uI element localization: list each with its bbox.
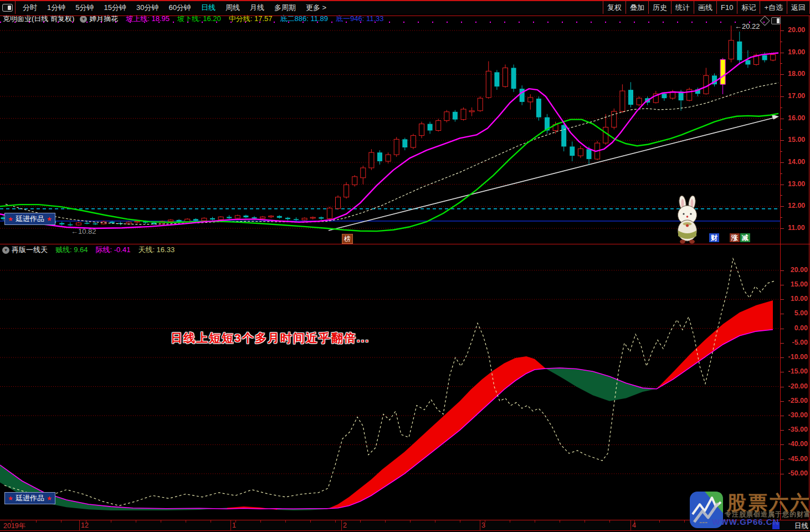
- sub-axis-tick: [781, 416, 784, 416]
- tool-menu-item-6[interactable]: 标记: [737, 1, 760, 14]
- tool-menu-item-4[interactable]: 画线: [694, 1, 716, 14]
- tool-menu-item-1[interactable]: 叠加: [626, 1, 648, 14]
- sub-axis-tick: [781, 285, 784, 285]
- sub-indicator-values: 贼线: 9.64际线: -0.41天线: 16.33: [48, 245, 175, 255]
- main-axis-tick: [781, 119, 784, 119]
- author-badge-main: ★ 廷进作品 ★: [4, 213, 55, 225]
- time-tick: [11, 520, 12, 523]
- period-menu-item-1[interactable]: 1分钟: [42, 3, 70, 13]
- sub-chart-header: ▾ 再版一线天 贼线: 9.64际线: -0.41天线: 16.33: [0, 245, 810, 254]
- main-axis-minortick: [781, 85, 782, 86]
- mascot-button-财[interactable]: 财: [709, 233, 719, 242]
- low-price-annotation: ←10.82: [71, 227, 96, 236]
- main-axis-minortick: [781, 129, 782, 130]
- sub-axis-tick: [781, 401, 784, 402]
- indicator-value-贼线: 贼线: 9.64: [55, 245, 88, 254]
- star-icon: ★: [47, 216, 52, 223]
- period-menu-item-0[interactable]: 分时: [18, 3, 42, 13]
- period-menu-item-3[interactable]: 15分钟: [99, 3, 131, 13]
- star-icon: ★: [47, 495, 52, 502]
- time-axis-bar[interactable]: 日线 2019年121234: [0, 520, 810, 531]
- sub-axis-label--50.00: -50.00: [788, 469, 808, 477]
- main-axis-tick: [781, 74, 784, 75]
- period-menu-item-7[interactable]: 周线: [221, 3, 245, 13]
- time-divider: [630, 520, 631, 530]
- tool-menu-item-8[interactable]: 返回: [787, 1, 810, 14]
- main-axis-label-16.00: 16.00: [788, 114, 805, 122]
- time-tick: [136, 520, 136, 523]
- time-tick: [335, 520, 336, 523]
- sub-chart-comment: 日线上短短3个多月时间近乎翻倍...: [171, 330, 370, 346]
- panel-divider: [0, 244, 810, 244]
- period-menu-item-8[interactable]: 月线: [245, 3, 269, 13]
- main-axis-label-12.00: 12.00: [788, 202, 805, 209]
- rank-button[interactable]: 榜: [342, 234, 353, 244]
- sub-axis-label-0.00: 0.00: [788, 324, 808, 332]
- time-tick: [659, 520, 660, 523]
- time-tick: [235, 520, 236, 523]
- period-label: 日线: [794, 521, 808, 531]
- sub-axis-tick: [781, 314, 784, 314]
- trading-terminal: { "topbar": { "left_items": ["分时","1分钟",…: [0, 0, 810, 532]
- main-axis-label-11.00: 11.00: [788, 224, 805, 232]
- tool-menu-item-3[interactable]: 统计: [671, 1, 694, 14]
- sub-axis-tick: [781, 357, 784, 358]
- tool-menu-item-7[interactable]: +自选: [760, 1, 787, 14]
- tool-menu-item-0[interactable]: 复权: [603, 1, 626, 14]
- star-icon: ★: [8, 216, 13, 223]
- time-tick: [684, 520, 685, 523]
- sub-axis-label--45.00: -45.00: [788, 455, 808, 463]
- time-tick: [435, 520, 435, 523]
- sub-axis-tick: [781, 430, 784, 431]
- time-tick: [634, 520, 635, 523]
- main-axis-tick: [781, 140, 784, 141]
- sub-chart-canvas[interactable]: [0, 255, 780, 519]
- time-divider: [79, 520, 80, 530]
- main-axis-tick: [781, 228, 784, 229]
- indicator-value-际线: 际线: -0.41: [96, 245, 131, 254]
- time-label-12: 12: [81, 521, 89, 529]
- sub-axis-tick: [781, 444, 784, 445]
- time-tick: [460, 520, 460, 523]
- time-label-2019年: 2019年: [3, 521, 25, 531]
- watermark-url: WWW.GP66.CN: [712, 517, 779, 526]
- main-axis-tick: [781, 96, 784, 97]
- rabbit-mascot[interactable]: [671, 195, 704, 244]
- time-tick: [161, 520, 161, 523]
- sub-axis-tick: [781, 329, 784, 329]
- time-tick: [360, 520, 361, 523]
- split-window-icon[interactable]: [771, 17, 781, 24]
- right-border: [809, 16, 809, 530]
- sub-axis-tick: [781, 299, 784, 300]
- sub-axis-label--25.00: -25.00: [788, 397, 808, 405]
- period-menu-item-4[interactable]: 30分钟: [131, 3, 163, 13]
- main-chart-canvas[interactable]: [0, 16, 780, 244]
- main-axis-minortick: [781, 63, 782, 64]
- main-axis-minortick: [781, 195, 782, 196]
- period-menu-item-9[interactable]: 多周期: [269, 3, 301, 13]
- period-menu-item-5[interactable]: 60分钟: [163, 3, 196, 13]
- time-tick: [186, 520, 186, 523]
- time-tick: [410, 520, 411, 523]
- mascot-button-涨[interactable]: 涨: [730, 233, 740, 242]
- sub-axis-tick: [781, 474, 784, 474]
- period-menu-item-10[interactable]: 更多 >: [301, 3, 331, 13]
- sub-axis-label--10.00: -10.00: [788, 353, 808, 361]
- peak-price-annotation: ←20.22: [735, 22, 760, 30]
- time-tick: [111, 520, 111, 523]
- window-toggle-icon[interactable]: [2, 4, 13, 12]
- time-label-2: 2: [343, 521, 347, 529]
- period-menu-item-6[interactable]: 日线: [196, 3, 221, 13]
- time-tick: [609, 520, 610, 523]
- author-badge-label: 廷进作品: [16, 493, 44, 503]
- time-tick: [560, 520, 560, 523]
- sub-indicator-dropdown-icon[interactable]: ▾: [2, 247, 9, 254]
- tool-menu-item-5[interactable]: F10: [716, 1, 737, 14]
- time-label-4: 4: [632, 521, 636, 529]
- mascot-button-减[interactable]: 减: [740, 233, 750, 242]
- period-menu-item-2[interactable]: 5分钟: [70, 3, 99, 13]
- sub-axis-tick: [781, 372, 784, 372]
- indicator-value-天线: 天线: 16.33: [138, 245, 175, 254]
- tool-menu-item-2[interactable]: 历史: [648, 1, 671, 14]
- sub-indicator-name: 再版一线天: [12, 245, 48, 255]
